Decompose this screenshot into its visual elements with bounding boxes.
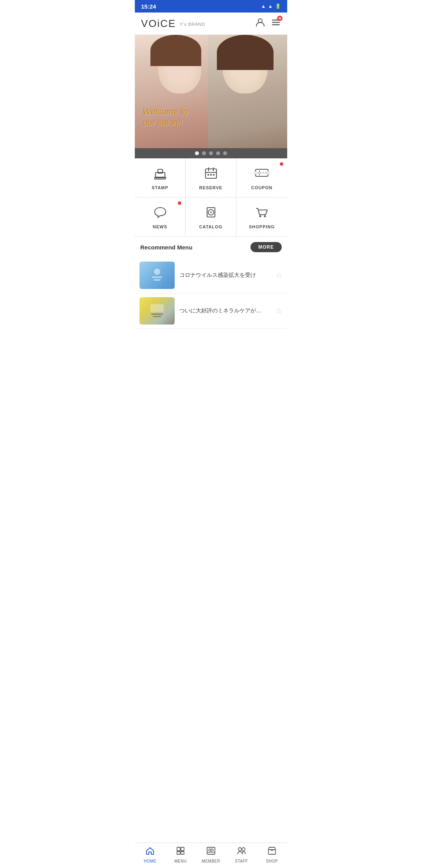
catalog-label: CATALOG: [199, 224, 223, 229]
menu-item-reserve[interactable]: RESERVE: [186, 158, 236, 197]
news-item-1[interactable]: コロナウイルス感染拡大を受け ☆: [135, 258, 287, 293]
news-content-2: ついに大好評のミネラルケアが… ☆: [179, 306, 283, 316]
menu-item-shopping[interactable]: SHOPPING: [236, 197, 287, 236]
news-item-2[interactable]: ついに大好評のミネラルケアが… ☆: [135, 293, 287, 329]
news-content-1: コロナウイルス感染拡大を受け ☆: [179, 271, 283, 280]
recommend-title: Recommend Menu: [140, 244, 192, 251]
svg-rect-14: [256, 169, 268, 176]
svg-rect-11: [207, 174, 209, 176]
notification-badge: N: [277, 16, 283, 21]
menu-item-coupon[interactable]: COUPON: [236, 158, 287, 197]
recommend-header: Recommend Menu MORE: [135, 237, 287, 258]
status-bar: 15:24 ▲ ▲ 🔋: [135, 0, 287, 13]
svg-point-25: [154, 269, 160, 275]
carousel-dot-1[interactable]: [195, 151, 199, 155]
svg-rect-29: [151, 314, 163, 315]
user-icon: [255, 17, 265, 27]
carousel-dot-5[interactable]: [223, 151, 227, 155]
stamp-label: STAMP: [152, 185, 168, 190]
svg-point-17: [266, 171, 270, 174]
svg-point-16: [254, 171, 257, 174]
menu-button[interactable]: N: [271, 17, 281, 30]
signal-icon: ▲: [268, 4, 273, 9]
svg-point-22: [210, 212, 212, 213]
logo-voice: VOiCE: [141, 18, 176, 29]
coupon-icon: [254, 165, 270, 183]
svg-point-23: [259, 215, 261, 217]
header-actions: N: [255, 17, 281, 30]
reserve-label: RESERVE: [199, 185, 222, 190]
svg-point-24: [264, 215, 266, 217]
logo-brand: Y's BRAND: [180, 22, 206, 27]
news-thumb-2: [139, 297, 175, 325]
app-logo: VOiCE Y's BRAND: [141, 18, 205, 30]
svg-rect-28: [150, 304, 164, 312]
news-label: NEWS: [153, 224, 167, 229]
more-button[interactable]: MORE: [250, 242, 282, 252]
news-text-2: ついに大好評のミネラルケアが…: [179, 307, 272, 315]
stamp-icon: [152, 165, 168, 183]
status-icons: ▲ ▲ 🔋: [261, 4, 281, 9]
svg-rect-27: [154, 279, 161, 281]
news-dot: [178, 201, 181, 205]
svg-rect-3: [272, 24, 280, 25]
svg-rect-2: [272, 22, 280, 23]
news-star-2[interactable]: ☆: [275, 306, 283, 316]
menu-item-catalog[interactable]: CATALOG: [186, 197, 236, 236]
status-time: 15:24: [141, 3, 156, 10]
coupon-dot: [280, 162, 283, 166]
svg-rect-13: [213, 174, 215, 176]
catalog-icon: [203, 204, 219, 222]
menu-item-news[interactable]: NEWS: [135, 197, 186, 236]
hero-banner: Welcome to our salon!!: [135, 35, 287, 148]
news-thumb-1: [139, 262, 175, 289]
shopping-icon: [254, 204, 270, 222]
menu-item-stamp[interactable]: STAMP: [135, 158, 186, 197]
wifi-icon: ▲: [261, 4, 266, 9]
app-header: VOiCE Y's BRAND N: [135, 13, 287, 35]
svg-rect-7: [206, 169, 216, 178]
account-button[interactable]: [255, 17, 265, 30]
menu-row-2: NEWS CATALOG SHOPPING: [135, 197, 287, 237]
reserve-icon: [203, 165, 219, 183]
svg-rect-12: [210, 174, 212, 176]
news-list: コロナウイルス感染拡大を受け ☆ ついに大好評のミネラルケアが… ☆: [135, 258, 287, 329]
hero-welcome-text: Welcome to our salon!!: [143, 106, 188, 129]
svg-rect-30: [153, 316, 161, 317]
svg-rect-26: [152, 276, 162, 278]
shopping-label: SHOPPING: [249, 224, 275, 229]
news-icon: [152, 204, 168, 222]
news-star-1[interactable]: ☆: [275, 271, 283, 280]
carousel-dot-2[interactable]: [202, 151, 206, 155]
menu-row-1: STAMP RESERVE: [135, 158, 287, 197]
news-text-1: コロナウイルス感染拡大を受け: [179, 271, 272, 279]
carousel-dot-3[interactable]: [209, 151, 213, 155]
carousel-dot-4[interactable]: [216, 151, 220, 155]
battery-icon: 🔋: [275, 4, 281, 9]
carousel-dots: [135, 148, 287, 158]
coupon-label: COUPON: [251, 185, 272, 190]
